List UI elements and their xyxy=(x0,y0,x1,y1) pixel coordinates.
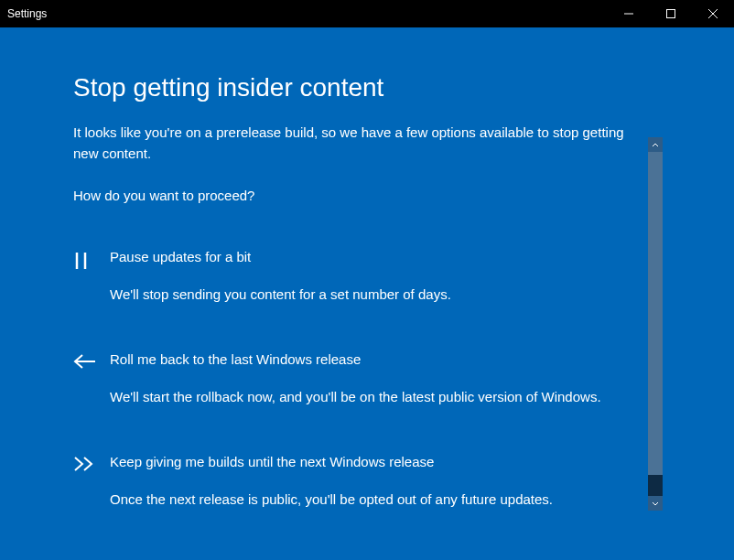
page-title: Stop getting insider content xyxy=(73,73,661,102)
maximize-button[interactable] xyxy=(650,0,692,27)
close-button[interactable] xyxy=(692,0,734,27)
maximize-icon xyxy=(666,9,675,18)
scrollbar[interactable] xyxy=(648,137,663,511)
minimize-icon xyxy=(624,9,633,18)
titlebar: Settings xyxy=(0,0,734,27)
minimize-button[interactable] xyxy=(608,0,650,27)
option-body: Pause updates for a bit We'll stop sendi… xyxy=(110,249,633,304)
intro-text: It looks like you're on a prerelease bui… xyxy=(73,123,661,164)
option-title: Pause updates for a bit xyxy=(110,249,633,264)
footer: Cancel xyxy=(0,556,734,560)
chevron-up-icon xyxy=(652,143,659,147)
scrollbar-up-arrow[interactable] xyxy=(648,137,663,152)
option-title: Keep giving me builds until the next Win… xyxy=(110,454,633,469)
option-desc: We'll stop sending you content for a set… xyxy=(110,285,633,304)
scrollable-region: It looks like you're on a prerelease bui… xyxy=(73,123,661,556)
option-desc: We'll start the rollback now, and you'll… xyxy=(110,387,633,406)
scrollbar-track[interactable] xyxy=(648,152,663,496)
option-body: Keep giving me builds until the next Win… xyxy=(110,454,633,509)
svg-rect-1 xyxy=(667,10,675,18)
option-title: Roll me back to the last Windows release xyxy=(110,351,633,367)
option-body: Roll me back to the last Windows release… xyxy=(110,351,633,406)
scrollbar-thumb[interactable] xyxy=(648,152,663,475)
option-desc: Once the next release is public, you'll … xyxy=(110,490,633,509)
window-title: Settings xyxy=(7,7,47,20)
option-keep-builds[interactable]: Keep giving me builds until the next Win… xyxy=(73,454,661,509)
settings-window: Settings Stop getting insider content It… xyxy=(0,0,734,560)
close-icon xyxy=(708,9,718,18)
option-pause-updates[interactable]: Pause updates for a bit We'll stop sendi… xyxy=(73,249,661,304)
chevron-down-icon xyxy=(652,501,659,506)
fast-forward-icon xyxy=(73,454,110,472)
scrollbar-track-remainder xyxy=(648,475,663,496)
option-rollback[interactable]: Roll me back to the last Windows release… xyxy=(73,351,661,406)
content-area: Stop getting insider content It looks li… xyxy=(0,27,734,560)
prompt-text: How do you want to proceed? xyxy=(73,188,661,203)
pause-icon xyxy=(73,249,110,271)
arrow-left-icon xyxy=(73,351,110,370)
main-content: Stop getting insider content It looks li… xyxy=(0,73,734,556)
titlebar-controls xyxy=(608,0,734,27)
scrollbar-down-arrow[interactable] xyxy=(648,496,663,511)
